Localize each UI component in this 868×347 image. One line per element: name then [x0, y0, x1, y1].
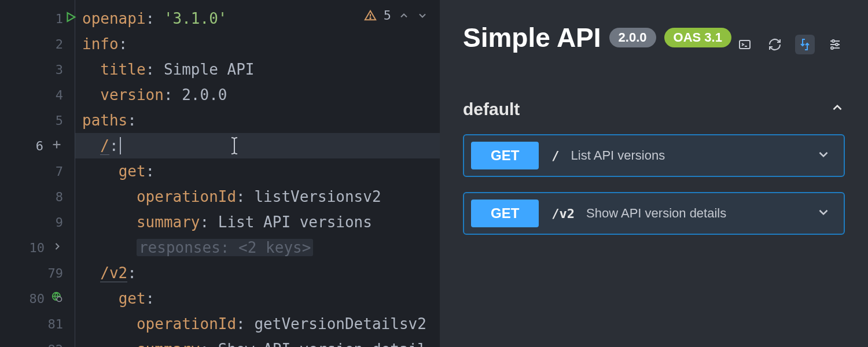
fold-chevron-icon[interactable] [52, 241, 63, 255]
preview-pane: Simple API 2.0.0 OAS 3.1 default GET/Lis… [440, 0, 868, 347]
endpoint-row[interactable]: GET/v2Show API version details [463, 192, 845, 235]
code-line[interactable]: paths: [75, 108, 440, 133]
console-icon[interactable] [735, 35, 755, 54]
endpoint-summary: Show API version details [586, 206, 726, 221]
line-number: 3 [46, 62, 63, 77]
code-line[interactable]: /v2: [75, 260, 440, 286]
svg-point-4 [57, 297, 61, 301]
line-number: 80 [27, 291, 45, 306]
code-line[interactable]: summary: List API versions [75, 209, 440, 235]
version-badge: 2.0.0 [609, 28, 656, 47]
code-line[interactable]: get: [75, 158, 440, 184]
code-line[interactable]: responses: <2 keys> [75, 235, 440, 260]
svg-point-15 [836, 43, 838, 46]
api-title: Simple API [463, 22, 601, 53]
line-number: 4 [46, 88, 63, 102]
gutter-line: 3 [0, 57, 75, 82]
line-number: 10 [27, 241, 45, 255]
gutter-line: 7 [0, 158, 75, 184]
svg-point-6 [370, 17, 370, 18]
warning-icon [364, 9, 377, 22]
problems-count: 5 [384, 8, 391, 23]
http-method-badge: GET [471, 200, 539, 227]
line-number: 5 [46, 113, 63, 128]
gutter-line: 4 [0, 82, 75, 108]
code-line[interactable]: operationId: listVersionsv2 [75, 184, 440, 209]
chevron-up-icon [830, 99, 845, 119]
gutter-line: 10 [0, 235, 75, 260]
line-number: 2 [46, 37, 63, 51]
code-area[interactable]: openapi: '3.1.0'info: title: Simple API … [75, 0, 440, 347]
chevron-down-icon [816, 147, 831, 164]
code-line[interactable]: version: 2.0.0 [75, 82, 440, 108]
svg-point-16 [831, 47, 833, 49]
section-header-default[interactable]: default [463, 99, 845, 119]
gutter-line: 82 [0, 337, 75, 347]
chevron-down-icon [816, 205, 831, 222]
refresh-icon[interactable] [765, 35, 785, 54]
mouse-text-cursor-icon [229, 136, 240, 160]
endpoint-path: / [551, 149, 559, 163]
editor-pane: 1234567891079808182 openapi: '3.1.0'info… [0, 0, 440, 347]
gutter-line: 8 [0, 184, 75, 209]
problems-widget[interactable]: 5 [364, 8, 428, 23]
code-line[interactable]: /: [75, 133, 440, 158]
svg-rect-7 [740, 40, 750, 49]
code-line[interactable]: info: [75, 31, 440, 57]
http-method-badge: GET [471, 142, 539, 169]
code-line[interactable]: title: Simple API [75, 57, 440, 82]
gutter-line: 9 [0, 209, 75, 235]
gutter: 1234567891079808182 [0, 0, 75, 347]
section-label: default [463, 99, 520, 119]
gutter-line: 79 [0, 260, 75, 286]
gutter-line: 5 [0, 108, 75, 133]
add-line-icon[interactable] [50, 138, 63, 154]
sync-scroll-icon[interactable] [795, 35, 815, 54]
text-caret [120, 137, 121, 154]
endpoint-row[interactable]: GET/List API versions [463, 134, 845, 177]
line-number: 7 [46, 164, 63, 179]
line-number: 9 [46, 215, 63, 230]
line-number: 81 [46, 317, 63, 331]
gutter-line: 81 [0, 311, 75, 337]
endpoint-path: /v2 [551, 206, 575, 221]
next-problem-icon[interactable] [417, 10, 428, 21]
preview-toolbar [735, 35, 845, 54]
gutter-line: 1 [0, 6, 75, 31]
line-number: 79 [46, 266, 63, 280]
svg-point-14 [832, 40, 834, 42]
code-line[interactable]: get: [75, 286, 440, 311]
prev-problem-icon[interactable] [398, 10, 410, 21]
line-number: 82 [46, 342, 63, 348]
gutter-line: 6 [0, 133, 75, 158]
svg-marker-0 [68, 13, 75, 21]
line-number: 8 [46, 190, 63, 204]
endpoint-summary: List API versions [571, 148, 665, 163]
settings-sliders-icon[interactable] [825, 35, 845, 54]
code-line[interactable]: summary: Show API version detail [75, 337, 440, 347]
gutter-line: 2 [0, 31, 75, 57]
line-number: 6 [26, 139, 43, 153]
line-number: 1 [46, 12, 63, 26]
gutter-line: 80 [0, 286, 75, 311]
endpoint-gutter-icon[interactable] [52, 291, 63, 306]
oas-badge: OAS 3.1 [664, 28, 731, 47]
code-line[interactable]: operationId: getVersionDetailsv2 [75, 311, 440, 337]
